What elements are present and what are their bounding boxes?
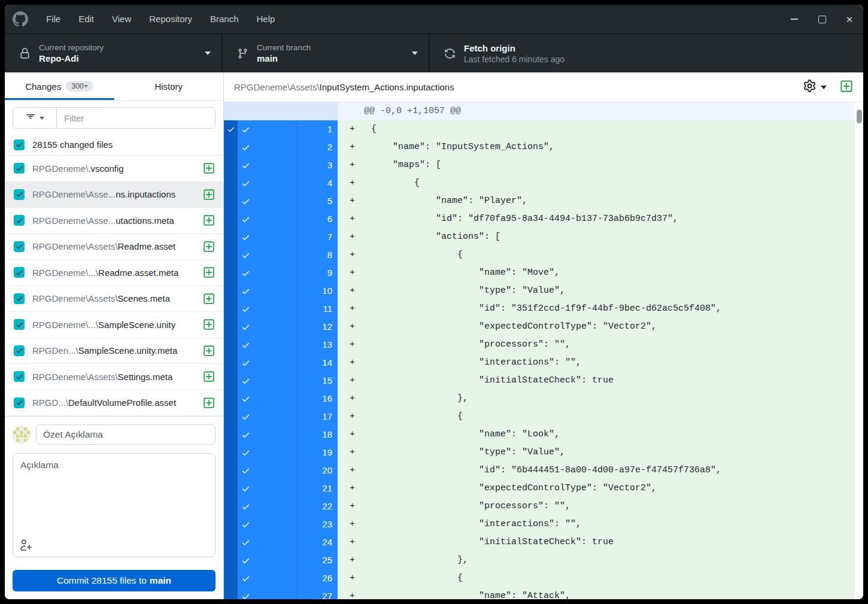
- line-include-checkbox[interactable]: [238, 156, 297, 174]
- menu-item-file[interactable]: File: [37, 5, 69, 34]
- minimize-button[interactable]: [781, 5, 808, 34]
- hunk-select-gutter[interactable]: [224, 264, 238, 282]
- line-include-checkbox[interactable]: [238, 210, 297, 228]
- file-checkbox[interactable]: [14, 371, 25, 382]
- file-row[interactable]: RPGD...\DefaultVolumeProfile.asset: [5, 390, 223, 417]
- hunk-select-gutter[interactable]: [224, 210, 238, 228]
- filter-input[interactable]: [57, 108, 215, 128]
- commit-description-input[interactable]: [13, 453, 216, 557]
- hunk-select-gutter[interactable]: [224, 228, 238, 246]
- commit-button[interactable]: Commit 28155 files to main: [13, 570, 216, 591]
- file-row[interactable]: RPGDeneme\Assets\Settings.meta: [5, 364, 223, 390]
- add-coauthor-button[interactable]: [20, 539, 32, 553]
- fetch-origin-button[interactable]: Fetch origin Last fetched 6 minutes ago: [430, 34, 639, 72]
- line-include-checkbox[interactable]: [238, 408, 297, 426]
- menu-item-repository[interactable]: Repository: [140, 5, 201, 34]
- file-row[interactable]: RPGDeneme\Assets\Readme.asset: [5, 234, 223, 260]
- line-include-checkbox[interactable]: [238, 354, 297, 372]
- hunk-select-gutter[interactable]: [224, 282, 238, 300]
- line-include-checkbox[interactable]: [238, 533, 297, 551]
- file-row[interactable]: RPGDeneme\Asse...utactions.meta: [5, 208, 223, 234]
- file-checkbox[interactable]: [14, 345, 25, 356]
- hunk-select-gutter[interactable]: [224, 390, 238, 408]
- hunk-select-gutter[interactable]: [224, 318, 238, 336]
- hunk-select-gutter[interactable]: [224, 336, 238, 354]
- line-include-checkbox[interactable]: [238, 444, 297, 462]
- line-include-checkbox[interactable]: [238, 264, 297, 282]
- line-include-checkbox[interactable]: [238, 192, 297, 210]
- menu-item-edit[interactable]: Edit: [69, 5, 103, 34]
- hunk-select-gutter[interactable]: [224, 174, 238, 192]
- file-checkbox[interactable]: [14, 215, 25, 226]
- tab-changes[interactable]: Changes 300+: [5, 72, 114, 100]
- line-include-checkbox[interactable]: [238, 174, 297, 192]
- menu-item-view[interactable]: View: [103, 5, 140, 34]
- hunk-select-gutter[interactable]: [224, 156, 238, 174]
- line-include-checkbox[interactable]: [238, 479, 297, 497]
- hunk-select-gutter[interactable]: [224, 497, 238, 515]
- hunk-header-row[interactable]: @@ -0,0 +1,1057 @@: [224, 102, 855, 120]
- line-include-checkbox[interactable]: [238, 462, 297, 479]
- file-row[interactable]: RPGDeneme\...\Readme.asset.meta: [5, 260, 223, 286]
- file-checkbox[interactable]: [14, 241, 25, 252]
- line-include-checkbox[interactable]: [238, 372, 297, 390]
- line-include-checkbox[interactable]: [238, 587, 297, 599]
- line-include-checkbox[interactable]: [238, 246, 297, 264]
- line-include-checkbox[interactable]: [238, 569, 297, 587]
- file-row[interactable]: RPGDeneme\Assets\Scenes.meta: [5, 286, 223, 312]
- hunk-select-gutter[interactable]: [224, 479, 238, 497]
- hunk-select-gutter[interactable]: [224, 462, 238, 479]
- menu-item-branch[interactable]: Branch: [201, 5, 248, 34]
- filter-options-button[interactable]: [13, 108, 57, 128]
- hunk-select-gutter[interactable]: [224, 587, 238, 599]
- line-include-checkbox[interactable]: [238, 497, 297, 515]
- hunk-select-gutter[interactable]: [224, 300, 238, 318]
- file-checkbox[interactable]: [14, 189, 25, 200]
- hunk-select-gutter[interactable]: [224, 533, 238, 551]
- maximize-button[interactable]: [808, 5, 836, 34]
- file-checkbox[interactable]: [14, 293, 25, 304]
- commit-summary-input[interactable]: [36, 424, 216, 445]
- current-repository-button[interactable]: Current repository Repo-Adi: [5, 34, 223, 72]
- hunk-select-gutter[interactable]: [224, 354, 238, 372]
- diff-options-button[interactable]: [803, 80, 827, 95]
- line-include-checkbox[interactable]: [238, 551, 297, 569]
- diff-scrollbar-thumb[interactable]: [857, 110, 862, 123]
- file-row[interactable]: RPGDeneme\.vsconfig: [5, 156, 223, 182]
- line-include-checkbox[interactable]: [238, 120, 297, 138]
- hunk-select-gutter[interactable]: [224, 569, 238, 587]
- hunk-select-gutter[interactable]: [224, 120, 238, 138]
- hunk-select-gutter[interactable]: [224, 408, 238, 426]
- line-include-checkbox[interactable]: [238, 228, 297, 246]
- line-include-checkbox[interactable]: [238, 336, 297, 354]
- hunk-select-gutter[interactable]: [224, 551, 238, 569]
- current-branch-button[interactable]: Current branch main: [223, 34, 430, 72]
- hunk-select-gutter[interactable]: [224, 444, 238, 462]
- hunk-select-gutter[interactable]: [224, 426, 238, 444]
- line-include-checkbox[interactable]: [238, 318, 297, 336]
- tab-history[interactable]: History: [114, 72, 224, 100]
- hunk-select-gutter[interactable]: [224, 192, 238, 210]
- line-include-checkbox[interactable]: [238, 282, 297, 300]
- file-checkbox[interactable]: [14, 319, 25, 330]
- hunk-gutter[interactable]: [224, 102, 338, 120]
- file-checkbox[interactable]: [14, 397, 25, 408]
- close-button[interactable]: ✕: [836, 5, 863, 34]
- line-include-checkbox[interactable]: [238, 390, 297, 408]
- file-checkbox[interactable]: [14, 163, 25, 174]
- select-all-checkbox[interactable]: [14, 139, 25, 150]
- hunk-select-gutter[interactable]: [224, 515, 238, 533]
- line-include-checkbox[interactable]: [238, 426, 297, 444]
- line-include-checkbox[interactable]: [238, 515, 297, 533]
- hunk-select-gutter[interactable]: [224, 138, 238, 156]
- file-row[interactable]: RPGDeneme\...\SampleScene.unity: [5, 312, 223, 338]
- expand-diff-button[interactable]: [840, 80, 853, 95]
- file-checkbox[interactable]: [14, 267, 25, 278]
- line-include-checkbox[interactable]: [238, 300, 297, 318]
- menu-item-help[interactable]: Help: [248, 5, 284, 34]
- file-row[interactable]: RPGDen...\SampleScene.unity.meta: [5, 338, 223, 365]
- line-include-checkbox[interactable]: [238, 138, 297, 156]
- hunk-select-gutter[interactable]: [224, 372, 238, 390]
- hunk-select-gutter[interactable]: [224, 246, 238, 264]
- file-row[interactable]: RPGDeneme\Asse...ns.inputactions: [5, 182, 223, 208]
